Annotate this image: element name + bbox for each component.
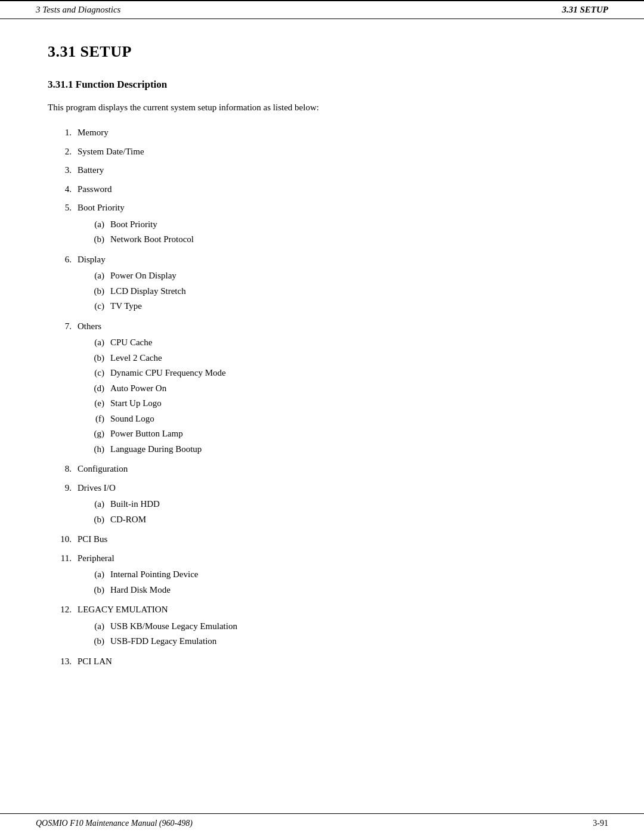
page-footer: QOSMIO F10 Maintenance Manual (960-498) … [0, 813, 644, 833]
list-item: 6.Display(a)Power On Display(b)LCD Displ… [48, 252, 596, 315]
sub-text: Power Button Lamp [110, 426, 183, 442]
sub-list-item: (b)Hard Disk Mode [78, 583, 596, 598]
sub-text: Sound Logo [110, 411, 154, 427]
list-item: 3.Battery [48, 163, 596, 178]
sub-label: (a) [78, 335, 110, 351]
sub-label: (d) [78, 381, 110, 397]
sub-label: (b) [78, 634, 110, 649]
sub-label: (g) [78, 426, 110, 442]
list-label: Memory [78, 128, 109, 137]
sub-label: (a) [78, 268, 110, 284]
sub-label: (b) [78, 351, 110, 366]
list-number: 4. [48, 182, 78, 197]
list-number: 12. [48, 602, 78, 618]
header-left: 3 Tests and Diagnostics [36, 5, 120, 15]
sub-text: USB KB/Mouse Legacy Emulation [110, 619, 237, 634]
list-item: 8.Configuration [48, 462, 596, 477]
header-right: 3.31 SETUP [562, 5, 608, 15]
sub-label: (b) [78, 512, 110, 528]
list-number: 1. [48, 125, 78, 141]
list-label: Drives I/O [78, 483, 116, 493]
list-number: 5. [48, 200, 78, 216]
list-item: 4.Password [48, 182, 596, 197]
sub-label: (a) [78, 619, 110, 634]
list-item: 2.System Date/Time [48, 144, 596, 160]
sub-text: Dynamic CPU Frequency Mode [110, 366, 226, 381]
list-number: 8. [48, 462, 78, 477]
sub-list-item: (b)Level 2 Cache [78, 351, 596, 366]
section-title: 3.31 SETUP [48, 43, 596, 61]
list-item: 5.Boot Priority(a)Boot Priority(b)Networ… [48, 200, 596, 249]
list-label: Configuration [78, 464, 128, 473]
list-number: 9. [48, 481, 78, 496]
list-item: 9.Drives I/O(a)Built-in HDD(b)CD-ROM [48, 481, 596, 529]
sub-label: (b) [78, 583, 110, 598]
sub-list-item: (c)Dynamic CPU Frequency Mode [78, 366, 596, 381]
sub-list-item: (f)Sound Logo [78, 411, 596, 427]
sub-text: LCD Display Stretch [110, 284, 186, 299]
sub-label: (c) [78, 299, 110, 314]
sub-label: (h) [78, 442, 110, 457]
subsection-title: 3.31.1 Function Description [48, 79, 596, 91]
sub-text: Built-in HDD [110, 497, 160, 512]
sub-list-item: (a)Power On Display [78, 268, 596, 284]
sub-text: Internal Pointing Device [110, 567, 198, 583]
sub-label: (c) [78, 366, 110, 381]
sub-list-item: (a)USB KB/Mouse Legacy Emulation [78, 619, 596, 634]
sub-text: Start Up Logo [110, 396, 162, 411]
sub-list-item: (h)Language During Bootup [78, 442, 596, 457]
sub-text: Level 2 Cache [110, 351, 162, 366]
list-item: 13.PCI LAN [48, 654, 596, 670]
sub-text: CPU Cache [110, 335, 152, 351]
sub-text: Language During Bootup [110, 442, 202, 457]
list-label: Others [78, 321, 101, 331]
list-label: Battery [78, 165, 104, 175]
main-list: 1.Memory2.System Date/Time3.Battery4.Pas… [48, 125, 596, 669]
sub-list-item: (a)Internal Pointing Device [78, 567, 596, 583]
sub-text: Power On Display [110, 268, 177, 284]
list-label: LEGACY EMULATION [78, 605, 168, 614]
list-number: 2. [48, 144, 78, 160]
list-item: 11.Peripheral(a)Internal Pointing Device… [48, 551, 596, 599]
footer-left: QOSMIO F10 Maintenance Manual (960-498) [36, 819, 193, 828]
list-number: 11. [48, 551, 78, 566]
list-label: Peripheral [78, 553, 114, 563]
sub-label: (f) [78, 411, 110, 427]
sub-label: (e) [78, 396, 110, 411]
list-label: System Date/Time [78, 147, 144, 156]
list-item: 1.Memory [48, 125, 596, 141]
sub-list-item: (d)Auto Power On [78, 381, 596, 397]
sub-list-item: (b)LCD Display Stretch [78, 284, 596, 299]
sub-list-item: (b)Network Boot Protocol [78, 232, 596, 247]
sub-label: (a) [78, 497, 110, 512]
sub-list-item: (a)CPU Cache [78, 335, 596, 351]
list-number: 7. [48, 319, 78, 335]
sub-text: TV Type [110, 299, 142, 314]
page-header: 3 Tests and Diagnostics 3.31 SETUP [0, 0, 644, 19]
sub-label: (b) [78, 232, 110, 247]
sub-list-item: (b)USB-FDD Legacy Emulation [78, 634, 596, 649]
list-number: 6. [48, 252, 78, 268]
list-label: Display [78, 255, 106, 264]
main-content: 3.31 SETUP 3.31.1 Function Description T… [0, 19, 644, 708]
sub-text: CD-ROM [110, 512, 146, 528]
sub-list-item: (b)CD-ROM [78, 512, 596, 528]
list-number: 3. [48, 163, 78, 178]
sub-text: Hard Disk Mode [110, 583, 171, 598]
list-item: 12.LEGACY EMULATION(a)USB KB/Mouse Legac… [48, 602, 596, 651]
list-label: Boot Priority [78, 203, 125, 212]
list-label: PCI LAN [78, 657, 112, 666]
list-number: 13. [48, 654, 78, 670]
list-number: 10. [48, 532, 78, 547]
sub-text: Auto Power On [110, 381, 166, 397]
list-item: 10.PCI Bus [48, 532, 596, 547]
sub-label: (a) [78, 567, 110, 583]
sub-list-item: (a)Boot Priority [78, 217, 596, 233]
page: 3 Tests and Diagnostics 3.31 SETUP 3.31 … [0, 0, 644, 833]
list-item: 7.Others(a)CPU Cache(b)Level 2 Cache(c)D… [48, 319, 596, 459]
sub-text: Network Boot Protocol [110, 232, 194, 247]
list-label: PCI Bus [78, 534, 107, 544]
list-label: Password [78, 184, 112, 194]
sub-text: USB-FDD Legacy Emulation [110, 634, 216, 649]
footer-right: 3-91 [593, 819, 608, 828]
